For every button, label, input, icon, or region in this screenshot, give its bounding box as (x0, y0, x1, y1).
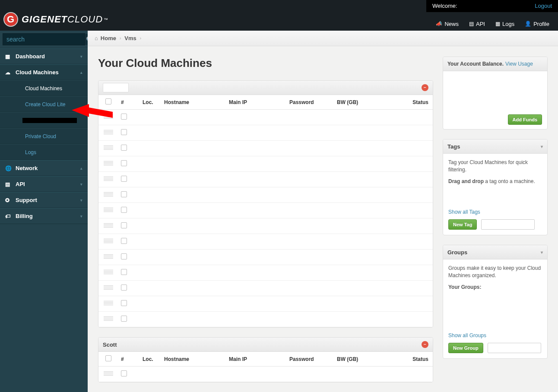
row-checkbox[interactable] (121, 191, 127, 197)
row-checkbox[interactable] (121, 207, 127, 213)
th-num[interactable]: # (118, 95, 140, 110)
groups-header[interactable]: Groups ▾ (443, 245, 547, 259)
sub-logs[interactable]: Logs (0, 144, 88, 160)
row-checkbox[interactable] (121, 285, 127, 291)
th-main-ip[interactable]: Main IP (226, 352, 287, 367)
table-row[interactable] (98, 265, 433, 281)
logo[interactable]: G GIGENETCLOUD™ (3, 12, 108, 27)
th-password[interactable]: Password (287, 95, 334, 110)
row-checkbox[interactable] (121, 370, 127, 376)
drag-handle-icon[interactable] (104, 253, 113, 259)
nav-dashboard[interactable]: ▦Dashboard▾ (0, 48, 88, 64)
nav-billing[interactable]: 🏷Billing▾ (0, 208, 88, 224)
drag-handle-icon[interactable] (104, 207, 113, 213)
new-group-input[interactable] (488, 343, 541, 353)
add-funds-button[interactable]: Add Funds (508, 114, 542, 125)
th-bw[interactable]: BW (GB) (334, 95, 382, 110)
th-password[interactable]: Password (287, 352, 334, 367)
tags-header[interactable]: Tags ▾ (443, 139, 547, 154)
tags-title: Tags (447, 143, 460, 150)
th-loc[interactable]: Loc. (140, 352, 162, 367)
drag-handle-icon[interactable] (104, 316, 113, 322)
show-all-tags-link[interactable]: Show all Tags (448, 209, 542, 215)
topnav-api[interactable]: ▤API (469, 21, 485, 27)
sub-private-cloud[interactable]: Private Cloud (0, 128, 88, 144)
new-tag-button[interactable]: New Tag (448, 219, 477, 230)
search-input[interactable] (3, 34, 86, 45)
drag-handle-icon[interactable] (104, 300, 113, 306)
table-row[interactable] (98, 172, 433, 187)
new-group-button[interactable]: New Group (448, 343, 483, 353)
row-checkbox[interactable] (121, 300, 127, 306)
logout-link[interactable]: Logout (535, 0, 552, 12)
drag-handle-icon[interactable] (104, 269, 113, 275)
row-checkbox[interactable] (121, 238, 127, 244)
table-row[interactable] (98, 156, 433, 172)
view-usage-link[interactable]: View Usage (505, 61, 533, 67)
row-checkbox[interactable] (121, 145, 127, 151)
sub-redacted-item[interactable] (0, 112, 88, 128)
select-all-checkbox[interactable] (105, 355, 111, 361)
th-bw[interactable]: BW (GB) (334, 352, 382, 367)
table-row[interactable] (98, 110, 433, 125)
drag-handle-icon[interactable] (104, 129, 113, 135)
nav-api[interactable]: ▤API▾ (0, 176, 88, 192)
drag-handle-icon[interactable] (104, 114, 113, 120)
row-checkbox[interactable] (121, 114, 127, 120)
brand-text-2: CLOUD (67, 14, 103, 25)
th-loc[interactable]: Loc. (140, 95, 162, 110)
drag-handle-icon[interactable] (104, 285, 113, 291)
drag-handle-icon[interactable] (104, 145, 113, 151)
th-num[interactable]: # (118, 352, 140, 367)
topnav-logs[interactable]: ▦Logs (495, 21, 514, 27)
select-all-checkbox[interactable] (105, 98, 111, 104)
topnav-profile[interactable]: 👤Profile (525, 21, 549, 27)
drag-handle-icon[interactable] (104, 222, 113, 228)
table-row[interactable] (98, 367, 433, 382)
group-name-2: Scott (103, 341, 117, 348)
row-checkbox[interactable] (121, 269, 127, 275)
table-row[interactable] (98, 187, 433, 203)
th-main-ip[interactable]: Main IP (226, 95, 287, 110)
drag-handle-icon[interactable] (104, 370, 113, 376)
row-checkbox[interactable] (121, 253, 127, 259)
collapse-icon[interactable]: − (422, 84, 428, 91)
table-row[interactable] (98, 296, 433, 312)
table-row[interactable] (98, 281, 433, 296)
drag-handle-icon[interactable] (104, 160, 113, 166)
th-hostname[interactable]: Hostname (162, 352, 226, 367)
table-row[interactable] (98, 203, 433, 218)
show-all-groups-link[interactable]: Show all Groups (448, 332, 542, 338)
new-tag-input[interactable] (481, 219, 535, 230)
table-row[interactable] (98, 234, 433, 250)
row-checkbox[interactable] (121, 176, 127, 182)
topbar: Welcome: Logout G GIGENETCLOUD™ 📣News ▤A… (0, 0, 558, 31)
sub-create-cloud-lite[interactable]: Create Cloud Lite (0, 96, 88, 112)
table-row[interactable] (98, 125, 433, 141)
nav-network[interactable]: 🌐Network▴ (0, 160, 88, 176)
table-row[interactable] (98, 141, 433, 156)
table-row[interactable] (98, 250, 433, 265)
drag-handle-icon[interactable] (104, 176, 113, 182)
topnav-news[interactable]: 📣News (436, 21, 459, 27)
cloud-icon: ☁ (5, 70, 13, 76)
row-checkbox[interactable] (121, 316, 127, 322)
crumb-home[interactable]: Home (101, 35, 116, 41)
sub-cloud-machines[interactable]: Cloud Machines (0, 80, 88, 96)
drag-handle-icon[interactable] (104, 238, 113, 244)
crumb-vms[interactable]: Vms (124, 35, 136, 41)
chevron-up-icon: ▴ (80, 166, 82, 171)
th-status[interactable]: Status (382, 352, 433, 367)
row-checkbox[interactable] (121, 160, 127, 166)
table-row[interactable] (98, 312, 433, 327)
table-row[interactable] (98, 218, 433, 234)
row-checkbox[interactable] (121, 129, 127, 135)
row-checkbox[interactable] (121, 222, 127, 228)
nav-support[interactable]: ✪Support▾ (0, 192, 88, 208)
th-status[interactable]: Status (382, 95, 433, 110)
th-hostname[interactable]: Hostname (162, 95, 226, 110)
groups-body: Groups make it easy to keep your Cloud M… (443, 259, 547, 358)
collapse-icon[interactable]: − (422, 341, 428, 348)
nav-cloud-machines[interactable]: ☁Cloud Machines▴ (0, 64, 88, 80)
drag-handle-icon[interactable] (104, 191, 113, 197)
